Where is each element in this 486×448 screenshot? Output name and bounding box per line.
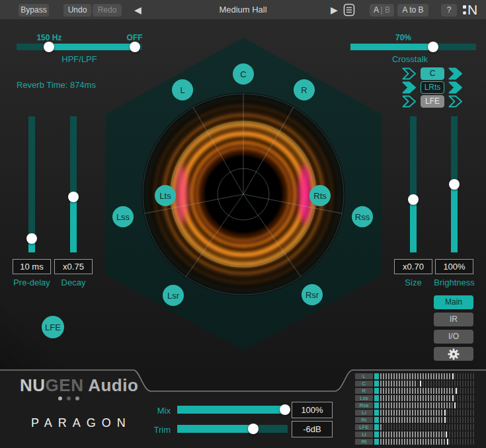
channel-node-rsr[interactable]: Rsr [302,284,323,305]
channel-node-r[interactable]: R [294,79,315,100]
routing-button-lfe[interactable]: LFE [421,95,444,108]
meter-track [380,402,474,408]
meter-row: LFE [355,424,474,430]
trim-value-box[interactable]: -6dB [292,421,333,437]
meter-row: R [355,388,474,394]
routing-chevron-left-icon[interactable] [402,81,417,94]
pre-delay-value-box[interactable]: 10 ms [13,259,51,274]
meter-track [380,439,474,445]
preset-name[interactable]: Medium Hall [185,0,301,20]
meter-track [380,431,474,437]
meter-input-block [374,431,379,437]
meter-input-block [374,373,379,379]
hpf-lpf-slider[interactable] [17,44,142,50]
meter-channel-label: R [355,388,373,394]
meter-peak-marker [452,395,454,401]
routing-row: LFE [402,95,468,108]
meter-input-block [374,410,379,416]
channel-node-rss[interactable]: Rss [352,206,373,227]
meter-panel: L C R Lss Rss Lr Rr [355,373,475,446]
reverb-time-readout: Reverb Time: 874ms [17,80,96,90]
decay-slider[interactable] [70,116,77,252]
meter-track [380,410,474,416]
brightness-slider[interactable] [451,116,458,252]
meter-channel-label: L [355,373,373,379]
size-handle[interactable] [408,194,419,205]
routing-chevron-left-icon[interactable] [402,95,417,108]
channel-node-l[interactable]: L [172,79,193,100]
meter-track [380,381,474,387]
redo-button[interactable]: Redo [93,4,122,17]
brand-dots [58,396,79,400]
settings-button[interactable] [434,347,473,361]
next-preset-icon[interactable]: ▶ [331,3,338,17]
meter-row: Lss [355,395,474,401]
a-to-b-button[interactable]: A to B [397,4,428,17]
mix-slider[interactable] [177,406,288,414]
meter-fill [380,381,416,387]
crosstalk-label: Crosstalk [377,54,443,64]
meter-fill [380,388,454,394]
meter-peak-marker [447,439,448,445]
meter-row: Lt [355,431,474,437]
routing-chevron-left-icon[interactable] [402,67,417,80]
meter-row: C [355,381,474,387]
mix-handle[interactable] [280,404,290,415]
lpf-value: OFF [115,33,155,42]
page-button-io[interactable]: I/O [434,330,473,344]
meter-row: Rss [355,402,474,408]
bypass-button[interactable]: Bypass [19,4,49,17]
crosstalk-value: 70% [384,33,423,42]
routing-chevron-right-icon[interactable] [448,95,463,108]
meter-peak-marker [454,402,456,408]
meter-row: Lr [355,410,474,416]
meter-track [380,417,474,423]
meter-peak-marker [446,431,447,437]
meter-peak-marker [444,410,446,416]
preset-list-icon[interactable] [343,3,355,17]
mix-value-box[interactable]: 100% [292,402,333,418]
help-button[interactable]: ? [441,4,457,17]
channel-node-rts[interactable]: Rts [309,185,331,206]
lfe-node[interactable]: LFE [42,316,64,338]
crosstalk-slider[interactable] [350,44,476,50]
meter-row: Rr [355,417,474,423]
channel-node-lss[interactable]: Lss [112,206,134,227]
trim-slider[interactable] [177,425,288,433]
channel-node-lsr[interactable]: Lsr [163,285,184,306]
brightness-handle[interactable] [449,179,460,190]
routing-row: C [402,67,468,80]
size-slider[interactable] [410,116,417,252]
meter-fill [380,395,451,401]
previous-preset-icon[interactable]: ◀ [134,3,142,17]
undo-button[interactable]: Undo [63,4,91,17]
decay-handle[interactable] [68,192,79,202]
routing-button-lrts[interactable]: LRts [421,81,444,94]
decay-value-box[interactable]: x0.75 [54,259,93,274]
meter-track [380,373,474,379]
channel-node-lts[interactable]: Lts [155,185,176,206]
pre-delay-slider[interactable] [28,116,35,252]
ab-compare-button[interactable]: A | B [370,4,394,17]
nugen-logo: N [463,2,477,18]
meter-input-block [374,388,379,394]
meter-fill [380,439,445,445]
lpf-handle[interactable] [130,42,140,52]
meter-peak-marker [456,388,457,394]
meter-fill [380,402,452,408]
page-button-main[interactable]: Main [434,295,473,309]
trim-label: Trim [144,425,171,435]
mix-label: Mix [144,406,171,416]
routing-row: LRts [402,81,468,94]
brightness-label: Brightness [425,278,484,287]
meter-input-block [374,381,379,387]
brightness-value-box[interactable]: 100% [435,259,473,274]
size-value-box[interactable]: x0.70 [394,259,432,274]
routing-chevron-right-icon[interactable] [448,67,463,80]
channel-node-c[interactable]: C [233,63,254,85]
routing-button-c[interactable]: C [421,67,444,80]
page-button-ir[interactable]: IR [434,313,473,326]
routing-chevron-right-icon[interactable] [448,81,463,94]
meter-fill [380,424,382,430]
meter-fill [380,410,442,416]
